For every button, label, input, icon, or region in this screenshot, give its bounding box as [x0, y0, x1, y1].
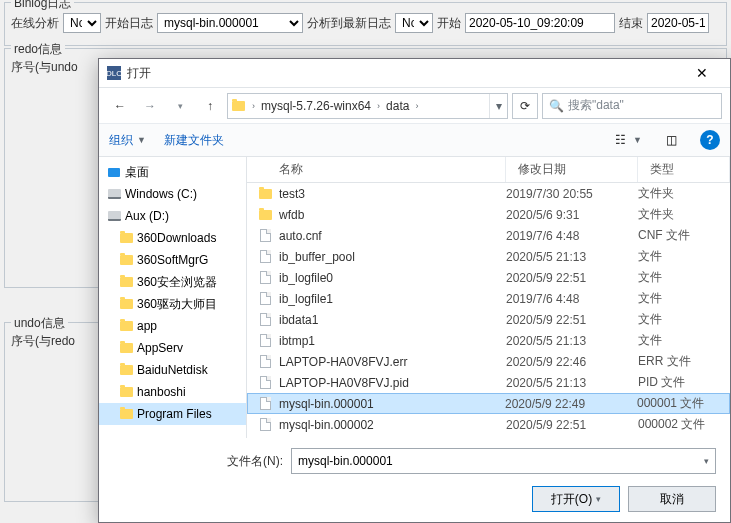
folder-icon	[257, 207, 273, 223]
file-icon	[257, 249, 273, 265]
file-row[interactable]: wfdb2020/5/6 9:31文件夹	[247, 204, 730, 225]
file-row[interactable]: LAPTOP-HA0V8FVJ.pid2020/5/5 21:13PID 文件	[247, 372, 730, 393]
tree-item[interactable]: hanboshi	[99, 381, 246, 403]
file-row[interactable]: ib_logfile02020/5/9 22:51文件	[247, 267, 730, 288]
chevron-down-icon: ▼	[137, 135, 146, 145]
tree-item[interactable]: 桌面	[99, 161, 246, 183]
file-row[interactable]: test32019/7/30 20:55文件夹	[247, 183, 730, 204]
file-row[interactable]: mysql-bin.0000012020/5/9 22:49000001 文件	[247, 393, 730, 414]
tree-item[interactable]: Aux (D:)	[99, 205, 246, 227]
file-list-header[interactable]: 名称 修改日期 类型	[247, 157, 730, 183]
file-row[interactable]: ib_buffer_pool2020/5/5 21:13文件	[247, 246, 730, 267]
tree-item[interactable]: 360安全浏览器	[99, 271, 246, 293]
tree-item-label: 桌面	[125, 164, 149, 181]
file-name: LAPTOP-HA0V8FVJ.pid	[279, 376, 506, 390]
folder-icon	[119, 231, 133, 245]
column-name[interactable]: 名称	[247, 157, 506, 182]
back-button[interactable]: ←	[107, 93, 133, 119]
file-name: LAPTOP-HA0V8FVJ.err	[279, 355, 506, 369]
file-row[interactable]: ib_logfile12019/7/6 4:48文件	[247, 288, 730, 309]
open-dialog: DLC 打开 ✕ ← → ▾ ↑ › mysql-5.7.26-winx64 ›…	[98, 58, 731, 523]
dialog-titlebar[interactable]: DLC 打开 ✕	[99, 59, 730, 87]
file-row[interactable]: mysql-bin.0000022020/5/9 22:51000002 文件	[247, 414, 730, 435]
open-button[interactable]: 打开(O)▾	[532, 486, 620, 512]
undo-col-label: 序号(与redo	[11, 333, 75, 350]
tree-item-label: BaiduNetdisk	[137, 363, 208, 377]
folder-icon	[119, 385, 133, 399]
breadcrumb-item[interactable]: data	[384, 99, 411, 113]
breadcrumb-item[interactable]: mysql-5.7.26-winx64	[259, 99, 373, 113]
forward-button[interactable]: →	[137, 93, 163, 119]
start-time-input[interactable]	[465, 13, 615, 33]
start-log-label: 开始日志	[105, 15, 153, 32]
tree-item[interactable]: 360Downloads	[99, 227, 246, 249]
file-type: 000001 文件	[637, 395, 729, 412]
chevron-down-icon: ▾	[596, 494, 601, 504]
redo-col-label: 序号(与undo	[11, 59, 78, 76]
app-icon: DLC	[107, 66, 121, 80]
new-folder-button[interactable]: 新建文件夹	[164, 132, 224, 149]
file-row[interactable]: ibtmp12020/5/5 21:13文件	[247, 330, 730, 351]
folder-tree[interactable]: 桌面Windows (C:)Aux (D:)360Downloads360Sof…	[99, 157, 247, 438]
tree-item[interactable]: 360SoftMgrG	[99, 249, 246, 271]
chevron-right-icon[interactable]: ›	[373, 101, 384, 111]
toolbar: 组织▼ 新建文件夹 ☷ ▼ ◫ ?	[99, 123, 730, 157]
file-row[interactable]: ibdata12020/5/9 22:51文件	[247, 309, 730, 330]
view-mode-button[interactable]: ☷ ▼	[609, 129, 642, 151]
column-type[interactable]: 类型	[638, 157, 730, 182]
folder-icon	[119, 319, 133, 333]
end-log-select[interactable]: No	[395, 13, 433, 33]
tree-item[interactable]: Windows (C:)	[99, 183, 246, 205]
search-input[interactable]: 🔍 搜索"data"	[542, 93, 722, 119]
file-date: 2020/5/9 22:51	[506, 313, 638, 327]
file-type: CNF 文件	[638, 227, 730, 244]
tree-item-label: Program Files	[137, 407, 212, 421]
cancel-button[interactable]: 取消	[628, 486, 716, 512]
file-name: ib_buffer_pool	[279, 250, 506, 264]
close-button[interactable]: ✕	[682, 59, 722, 87]
chevron-right-icon[interactable]: ›	[411, 101, 422, 111]
tree-item[interactable]: 360驱动大师目	[99, 293, 246, 315]
file-date: 2020/5/5 21:13	[506, 376, 638, 390]
drive-icon	[107, 187, 121, 201]
view-icon: ☷	[609, 129, 631, 151]
address-bar[interactable]: › mysql-5.7.26-winx64 › data › ▾	[227, 93, 508, 119]
tree-item-label: hanboshi	[137, 385, 186, 399]
file-row[interactable]: auto.cnf2019/7/6 4:48CNF 文件	[247, 225, 730, 246]
online-select[interactable]: No	[63, 13, 101, 33]
file-date: 2020/5/9 22:49	[505, 397, 637, 411]
desktop-icon	[107, 165, 121, 179]
preview-pane-button[interactable]: ◫	[660, 129, 682, 151]
chevron-right-icon[interactable]: ›	[248, 101, 259, 111]
address-dropdown[interactable]: ▾	[489, 94, 507, 118]
undo-group-title: undo信息	[11, 315, 68, 332]
file-date: 2020/5/5 21:13	[506, 334, 638, 348]
file-date: 2019/7/6 4:48	[506, 229, 638, 243]
end-time-input[interactable]	[647, 13, 709, 33]
file-date: 2020/5/6 9:31	[506, 208, 638, 222]
file-row[interactable]: LAPTOP-HA0V8FVJ.err2020/5/9 22:46ERR 文件	[247, 351, 730, 372]
file-date: 2019/7/30 20:55	[506, 187, 638, 201]
file-date: 2020/5/5 21:13	[506, 250, 638, 264]
up-button[interactable]: ↑	[197, 93, 223, 119]
tree-item[interactable]: AppServ	[99, 337, 246, 359]
end-log-label: 分析到最新日志	[307, 15, 391, 32]
filename-input[interactable]: mysql-bin.000001 ▾	[291, 448, 716, 474]
chevron-down-icon[interactable]: ▾	[704, 456, 709, 466]
file-icon	[257, 396, 273, 412]
file-list[interactable]: test32019/7/30 20:55文件夹wfdb2020/5/6 9:31…	[247, 183, 730, 438]
file-name: ib_logfile1	[279, 292, 506, 306]
help-button[interactable]: ?	[700, 130, 720, 150]
tree-item[interactable]: app	[99, 315, 246, 337]
start-log-select[interactable]: mysql-bin.000001	[157, 13, 303, 33]
file-type: 文件夹	[638, 206, 730, 223]
online-label: 在线分析	[11, 15, 59, 32]
column-date[interactable]: 修改日期	[506, 157, 638, 182]
file-icon	[257, 375, 273, 391]
tree-item[interactable]: Program Files	[99, 403, 246, 425]
refresh-button[interactable]: ⟳	[512, 93, 538, 119]
file-type: ERR 文件	[638, 353, 730, 370]
tree-item[interactable]: BaiduNetdisk	[99, 359, 246, 381]
organize-button[interactable]: 组织▼	[109, 132, 146, 149]
history-dropdown[interactable]: ▾	[167, 93, 193, 119]
